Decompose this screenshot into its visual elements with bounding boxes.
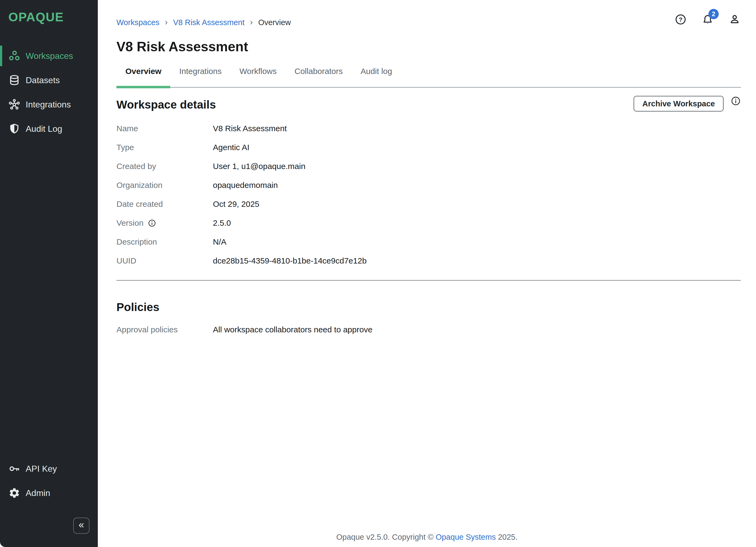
opaque-logo: OPAQUE bbox=[8, 10, 98, 24]
tab-bar: Overview Integrations Workflows Collabor… bbox=[116, 66, 741, 88]
breadcrumb: Workspaces › V8 Risk Assessment › Overvi… bbox=[116, 17, 291, 28]
top-actions: ? 2 bbox=[674, 13, 741, 26]
sidebar-item-api-key[interactable]: API Key bbox=[0, 456, 98, 481]
breadcrumb-current: Overview bbox=[258, 18, 291, 27]
detail-label: UUID bbox=[116, 256, 213, 266]
detail-row-created-by: Created by User 1, u1@opaque.main bbox=[116, 157, 741, 176]
sidebar: OPAQUE Workspaces Datasets bbox=[0, 0, 98, 547]
primary-nav: Workspaces Datasets Integra bbox=[0, 44, 98, 141]
detail-row-organization: Organization opaquedemomain bbox=[116, 176, 741, 195]
person-icon bbox=[729, 14, 741, 25]
sidebar-item-label: Workspaces bbox=[26, 51, 73, 61]
workspace-details-header: Workspace details Archive Workspace bbox=[116, 98, 741, 112]
workspaces-icon bbox=[8, 50, 20, 62]
tab-integrations[interactable]: Integrations bbox=[170, 66, 230, 87]
datasets-icon bbox=[8, 74, 20, 86]
workspace-details-title: Workspace details bbox=[116, 98, 216, 112]
detail-label: Type bbox=[116, 143, 213, 152]
section-divider bbox=[116, 280, 741, 281]
detail-value: V8 Risk Assessment bbox=[213, 124, 287, 133]
policies-title: Policies bbox=[116, 300, 741, 314]
archive-info-button[interactable] bbox=[731, 96, 741, 106]
workspace-details-list: Name V8 Risk Assessment Type Agentic AI … bbox=[116, 119, 741, 270]
sidebar-item-integrations[interactable]: Integrations bbox=[0, 92, 98, 117]
info-icon bbox=[731, 96, 741, 106]
page-title: V8 Risk Assessment bbox=[116, 39, 741, 55]
chevron-right-icon: › bbox=[250, 17, 253, 28]
detail-label: Date created bbox=[116, 200, 213, 209]
key-icon bbox=[8, 463, 20, 475]
breadcrumb-workspace-link[interactable]: V8 Risk Assessment bbox=[173, 18, 245, 27]
detail-value: Oct 29, 2025 bbox=[213, 200, 259, 209]
sidebar-item-label: API Key bbox=[26, 464, 57, 474]
sidebar-item-admin[interactable]: Admin bbox=[0, 481, 98, 505]
detail-row-name: Name V8 Risk Assessment bbox=[116, 119, 741, 138]
detail-label: Created by bbox=[116, 162, 213, 171]
integrations-icon bbox=[8, 99, 20, 110]
info-icon bbox=[148, 219, 156, 227]
footer-text: Opaque v2.5.0. Copyright © bbox=[336, 533, 436, 541]
detail-value: All workspace collaborators need to appr… bbox=[213, 325, 372, 334]
sidebar-collapse-button[interactable]: « bbox=[73, 518, 89, 534]
notifications-button[interactable]: 2 bbox=[701, 13, 714, 26]
audit-log-icon bbox=[8, 123, 20, 135]
sidebar-item-label: Admin bbox=[26, 488, 50, 498]
chevron-right-icon: › bbox=[165, 17, 168, 28]
question-glyph: ? bbox=[679, 16, 683, 23]
sidebar-item-workspaces[interactable]: Workspaces bbox=[0, 44, 98, 68]
policies-list: Approval policies All workspace collabor… bbox=[116, 320, 741, 339]
detail-value: Agentic AI bbox=[213, 143, 249, 152]
footer-text: 2025. bbox=[496, 533, 518, 541]
detail-row-type: Type Agentic AI bbox=[116, 138, 741, 157]
detail-row-date-created: Date created Oct 29, 2025 bbox=[116, 195, 741, 214]
detail-label: Organization bbox=[116, 181, 213, 190]
sidebar-item-label: Integrations bbox=[26, 100, 71, 110]
workspace-details-actions: Archive Workspace bbox=[634, 96, 741, 112]
notification-badge: 2 bbox=[708, 9, 719, 19]
detail-value: 2.5.0 bbox=[213, 219, 231, 228]
help-icon: ? bbox=[675, 14, 687, 25]
sidebar-item-label: Datasets bbox=[26, 75, 60, 85]
tab-workflows[interactable]: Workflows bbox=[230, 66, 286, 87]
top-bar: Workspaces › V8 Risk Assessment › Overvi… bbox=[116, 12, 741, 27]
detail-label-text: Version bbox=[116, 219, 143, 228]
sidebar-item-datasets[interactable]: Datasets bbox=[0, 68, 98, 92]
detail-label: Version bbox=[116, 219, 213, 228]
detail-value: User 1, u1@opaque.main bbox=[213, 162, 305, 171]
detail-row-description: Description N/A bbox=[116, 233, 741, 252]
detail-value: opaquedemomain bbox=[213, 181, 278, 190]
detail-value: N/A bbox=[213, 237, 226, 247]
sidebar-item-audit-log[interactable]: Audit Log bbox=[0, 117, 98, 141]
detail-label: Name bbox=[116, 124, 213, 133]
sidebar-item-label: Audit Log bbox=[26, 124, 62, 134]
sidebar-spacer bbox=[0, 141, 98, 456]
detail-label: Approval policies bbox=[116, 325, 213, 334]
detail-row-version: Version 2.5.0 bbox=[116, 214, 741, 233]
opaque-systems-link[interactable]: Opaque Systems bbox=[436, 533, 496, 541]
secondary-nav: API Key Admin bbox=[0, 456, 98, 505]
chevron-double-left-icon: « bbox=[79, 520, 84, 530]
breadcrumb-workspaces-link[interactable]: Workspaces bbox=[116, 18, 159, 27]
tab-audit-log[interactable]: Audit log bbox=[352, 66, 401, 87]
collapse-row: « bbox=[0, 505, 98, 547]
detail-value: dce28b15-4359-4810-b1be-14ce9cd7e12b bbox=[213, 256, 367, 266]
version-info-button[interactable] bbox=[148, 219, 156, 227]
policy-row-approval: Approval policies All workspace collabor… bbox=[116, 320, 741, 339]
tab-overview[interactable]: Overview bbox=[116, 66, 170, 87]
detail-label: Description bbox=[116, 237, 213, 247]
gear-icon bbox=[8, 487, 20, 499]
help-button[interactable]: ? bbox=[674, 13, 687, 26]
tab-collaborators[interactable]: Collaborators bbox=[286, 66, 352, 87]
archive-workspace-button[interactable]: Archive Workspace bbox=[634, 96, 724, 112]
account-button[interactable] bbox=[728, 13, 741, 26]
detail-row-uuid: UUID dce28b15-4359-4810-b1be-14ce9cd7e12… bbox=[116, 252, 741, 270]
footer: Opaque v2.5.0. Copyright © Opaque System… bbox=[98, 533, 756, 542]
main-content: Workspaces › V8 Risk Assessment › Overvi… bbox=[98, 0, 756, 547]
